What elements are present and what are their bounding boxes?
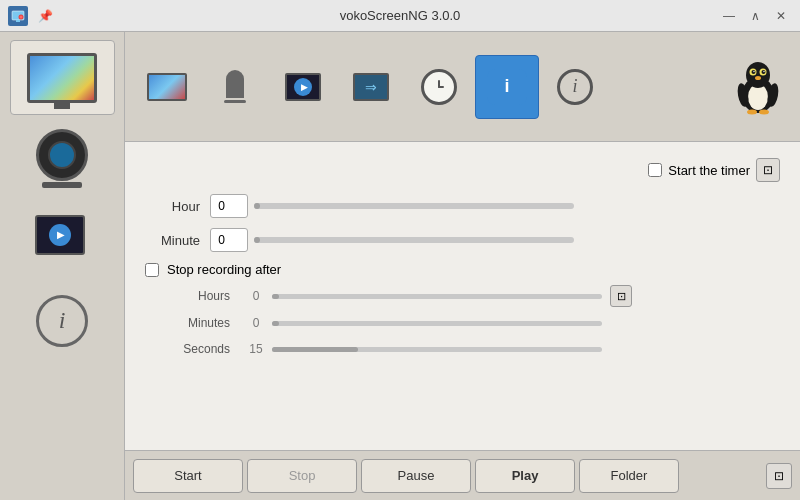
stop-seconds-slider-track [272,347,602,352]
tab-stream[interactable]: ⇒ [339,55,403,119]
linux-button[interactable] [726,55,790,119]
sidebar-item-webcam[interactable] [10,121,115,196]
tab-about[interactable]: i [543,55,607,119]
stop-seconds-row: Seconds [165,339,780,359]
svg-rect-1 [16,20,20,22]
svg-point-13 [753,70,754,71]
stop-seconds-slider-fill [272,347,358,352]
minimize-button[interactable]: — [718,5,740,27]
play-button[interactable]: Play [475,459,575,493]
timer-expand-button[interactable]: ⊡ [756,158,780,182]
svg-point-12 [762,70,766,74]
sidebar-item-player[interactable]: ▶ [10,202,115,277]
minute-slider-track [254,237,574,243]
stop-minutes-label: Minutes [165,316,240,330]
info-bubble-icon: i [487,69,527,105]
app-icon [8,6,28,26]
hour-row: Hour 0 [145,194,780,218]
stop-recording-checkbox[interactable] [145,263,159,277]
hour-slider-fill [254,203,260,209]
stop-expand-button[interactable]: ⊡ [610,285,632,307]
sidebar: ▶ i [0,32,125,500]
hour-input[interactable]: 0 [210,194,248,218]
stop-hours-input[interactable] [240,286,272,306]
bottom-expand-button[interactable]: ⊡ [766,463,792,489]
stop-minutes-slider-fill [272,321,279,326]
tab-record[interactable]: ▶ [271,55,335,119]
stop-minutes-slider-track [272,321,602,326]
sidebar-item-about[interactable]: i [10,283,115,358]
stop-minutes-row: Minutes [165,313,780,333]
window-controls: — ∧ ✕ [718,5,792,27]
stop-button[interactable]: Stop [247,459,357,493]
pin-button[interactable]: 📌 [34,5,56,27]
close-button[interactable]: ✕ [770,5,792,27]
start-timer-label: Start the timer [668,163,750,178]
stop-recording-label: Stop recording after [167,262,281,277]
stop-seconds-input[interactable] [240,339,272,359]
toolbar: ▶ ⇒ i [125,32,800,142]
stop-seconds-label: Seconds [165,342,240,356]
minute-label: Minute [145,233,210,248]
stop-sliders: Hours ⊡ Minutes [145,285,780,359]
minute-slider-fill [254,237,260,243]
webcam-icon [36,129,88,181]
stop-recording-section: Stop recording after Hours ⊡ Minutes [145,262,780,359]
stop-minutes-input[interactable] [240,313,272,333]
svg-point-8 [746,62,770,88]
about-icon: i [557,69,593,105]
maximize-button[interactable]: ∧ [744,5,766,27]
window-title: vokoScreenNG 3.0.0 [340,8,461,23]
bottom-bar: Start Stop Pause Play Folder ⊡ [125,450,800,500]
timer-start-row: Start the timer ⊡ [145,158,780,182]
minute-row: Minute 0 [145,228,780,252]
timer-form: Start the timer ⊡ Hour 0 Minute 0 [125,142,800,450]
svg-point-15 [755,76,761,80]
monitor-icon [147,73,187,101]
svg-point-17 [759,109,769,114]
sidebar-item-screen[interactable] [10,40,115,115]
svg-point-3 [20,15,23,18]
screen-icon [27,53,97,103]
mic-icon [226,70,244,98]
tab-timer[interactable] [407,55,471,119]
titlebar-left: 📌 [8,5,56,27]
stop-hours-row: Hours ⊡ [165,285,780,307]
folder-button[interactable]: Folder [579,459,679,493]
tab-screen[interactable] [135,55,199,119]
svg-point-16 [747,109,757,114]
hour-label: Hour [145,199,210,214]
stop-hours-slider-fill [272,294,279,299]
tab-info-bubble[interactable]: i [475,55,539,119]
webcam-stand [42,182,82,188]
main-window: ▶ i [0,32,800,500]
info-icon-large: i [36,295,88,347]
minute-input[interactable]: 0 [210,228,248,252]
hour-slider-track [254,203,574,209]
stop-hours-slider-track [272,294,602,299]
stop-hours-label: Hours [165,289,240,303]
svg-point-14 [763,70,764,71]
stop-checkbox-row: Stop recording after [145,262,780,277]
webcam-lens [48,141,76,169]
titlebar: 📌 vokoScreenNG 3.0.0 — ∧ ✕ [0,0,800,32]
tab-audio[interactable] [203,55,267,119]
start-timer-checkbox[interactable] [648,163,662,177]
start-button[interactable]: Start [133,459,243,493]
clock-icon [421,69,457,105]
pause-button[interactable]: Pause [361,459,471,493]
stream-icon: ⇒ [353,73,389,101]
record-icon: ▶ [285,73,321,101]
content-area: ▶ ⇒ i [125,32,800,500]
svg-point-11 [752,70,756,74]
